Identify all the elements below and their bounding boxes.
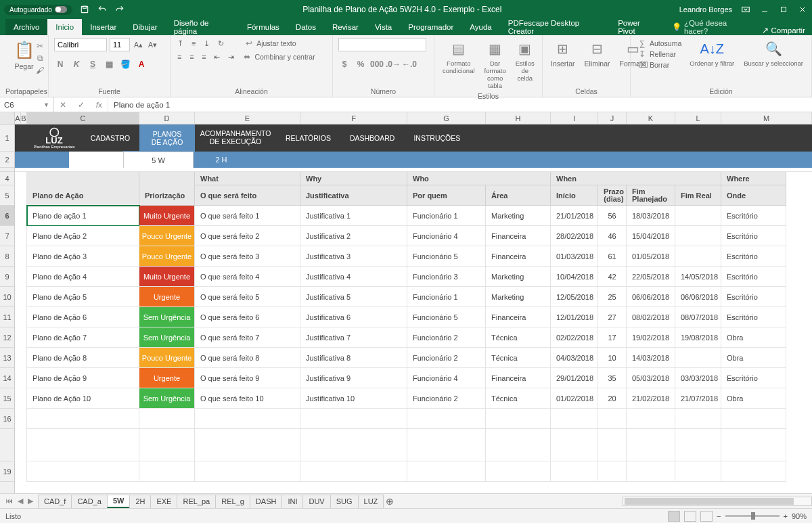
cut-button[interactable]: ✂ <box>34 41 46 51</box>
zoom-level[interactable]: 90% <box>792 512 807 520</box>
empty-row[interactable] <box>15 409 812 429</box>
fill-color-button[interactable]: 🪣 <box>119 58 131 70</box>
row-header-6[interactable]: 6 <box>0 206 14 226</box>
cell-what[interactable]: O que será feito 10 <box>195 388 300 409</box>
tab-pdfescape[interactable]: PDFescape Desktop Creator <box>500 19 610 35</box>
cell-why[interactable]: Justificativa 3 <box>300 246 407 267</box>
close-icon[interactable] <box>797 4 808 15</box>
cell-styles-button[interactable]: ▣Estilos de celda <box>513 38 537 83</box>
cell-inicio[interactable]: 01/02/2018 <box>551 388 598 409</box>
sheet-tab-rel_g[interactable]: REL_g <box>215 495 250 508</box>
row-header-13[interactable]: 13 <box>0 348 14 368</box>
nav-acompanhamento[interactable]: ACOMPANHAMENTO DE EXECUÇÃO <box>195 124 276 152</box>
cell-area[interactable]: Financeira <box>486 246 551 267</box>
cell-priorizacao[interactable]: Sem Urgência <box>139 307 195 327</box>
align-bottom-button[interactable]: ⤓ <box>202 39 211 48</box>
row-header-16[interactable]: 16 <box>0 409 14 429</box>
cell-prazo[interactable]: 42 <box>598 267 627 287</box>
cell-plano[interactable]: Plano de Ação 8 <box>27 348 139 368</box>
cell-fim-real[interactable] <box>675 226 721 246</box>
table-row[interactable]: Plano de Ação 7Sem UrgênciaO que será fe… <box>15 327 812 348</box>
cell-inicio[interactable]: 01/03/2018 <box>551 246 598 267</box>
cell-onde[interactable]: Obra <box>721 348 786 368</box>
cell-fim-planejado[interactable]: 21/02/2018 <box>627 388 675 409</box>
align-left-button[interactable]: ≡ <box>176 52 183 62</box>
sheet-nav-first-icon[interactable]: ⏮ <box>5 497 13 505</box>
row-header-4[interactable]: 4 <box>0 172 14 185</box>
table-row[interactable]: Plano de Ação 6Sem UrgênciaO que será fe… <box>15 307 812 327</box>
cell-onde[interactable]: Escritório <box>721 226 786 246</box>
cell-why[interactable]: Justificativa 1 <box>300 206 407 226</box>
nav-cadastro[interactable]: CADASTRO <box>81 124 139 152</box>
number-format-select[interactable] <box>338 38 426 51</box>
table-row[interactable]: Plano de Ação 9UrgenteO que será feito 9… <box>15 368 812 388</box>
cell-plano[interactable]: Plano de Ação 10 <box>27 388 139 409</box>
wrap-text-button[interactable]: ↩Ajustar texto <box>243 38 297 49</box>
cell-who[interactable]: Funcionário 3 <box>407 267 486 287</box>
row-header-19[interactable]: 19 <box>0 461 14 482</box>
sheet-tab-luz[interactable]: LUZ <box>358 495 384 508</box>
cell-fim-real[interactable] <box>675 206 721 226</box>
cell-what[interactable]: O que será feito 8 <box>195 348 300 368</box>
cell-fim-real[interactable]: 06/06/2018 <box>675 287 721 307</box>
cell-plano[interactable]: Plano de Ação 2 <box>27 226 139 246</box>
cell-priorizacao[interactable]: Urgente <box>139 368 195 388</box>
cell-area[interactable]: Financeira <box>486 368 551 388</box>
cell-who[interactable]: Funcionário 4 <box>407 226 486 246</box>
cell-why[interactable]: Justificativa 8 <box>300 348 407 368</box>
cell-what[interactable]: O que será feito 2 <box>195 226 300 246</box>
subnav-2h[interactable]: 2 H <box>194 152 249 168</box>
cell-fim-planejado[interactable]: 15/04/2018 <box>627 226 675 246</box>
cancel-formula-icon[interactable]: ✕ <box>60 100 66 110</box>
tab-data[interactable]: Datos <box>288 19 324 35</box>
cell-priorizacao[interactable]: Sem Urgência <box>139 388 195 409</box>
tab-help[interactable]: Ayuda <box>461 19 499 35</box>
cell-inicio[interactable]: 29/01/2018 <box>551 368 598 388</box>
table-row[interactable]: Plano de ação 1Muito UrgenteO que será f… <box>15 206 812 226</box>
sort-filter-button[interactable]: A↓ZOrdenar y filtrar <box>687 38 737 68</box>
increase-decimal-button[interactable]: .0→ <box>387 58 399 70</box>
cell-who[interactable]: Funcionário 5 <box>407 307 486 327</box>
subnav-5w[interactable]: 5 W <box>123 152 194 168</box>
empty-row[interactable] <box>15 461 812 482</box>
cell-who[interactable]: Funcionário 2 <box>407 388 486 409</box>
format-as-table-button[interactable]: ▦Dar formato como tabla <box>482 38 509 91</box>
empty-row[interactable] <box>15 429 812 461</box>
cell-fim-real[interactable]: 21/07/2018 <box>675 388 721 409</box>
cell-inicio[interactable]: 12/05/2018 <box>551 287 598 307</box>
cell-fim-real[interactable] <box>675 246 721 267</box>
row-header-7[interactable]: 7 <box>0 226 14 246</box>
cell-who[interactable]: Funcionário 5 <box>407 246 486 267</box>
cell-what[interactable]: O que será feito 3 <box>195 246 300 267</box>
sheet-tab-dash[interactable]: DASH <box>250 495 283 508</box>
cell-priorizacao[interactable]: Pouco Urgente <box>139 226 195 246</box>
nav-instrucoes[interactable]: INSTRUÇÕES <box>404 124 470 152</box>
cell-prazo[interactable]: 35 <box>598 368 627 388</box>
conditional-format-button[interactable]: ▤Formato condicional <box>440 38 478 76</box>
sheet-tab-exe[interactable]: EXE <box>150 495 177 508</box>
sheet-tab-cad_f[interactable]: CAD_f <box>38 495 72 508</box>
table-row[interactable]: Plano de Ação 5UrgenteO que será feito 5… <box>15 287 812 307</box>
align-center-button[interactable]: ≡ <box>188 52 195 62</box>
font-name-input[interactable] <box>54 38 107 51</box>
col-header-l[interactable]: L <box>675 112 721 124</box>
cell-area[interactable]: Técnica <box>486 327 551 348</box>
decrease-decimal-button[interactable]: ←.0 <box>403 58 415 70</box>
row-header-gap[interactable] <box>0 429 14 461</box>
cell-prazo[interactable]: 61 <box>598 246 627 267</box>
tab-insert[interactable]: Insertar <box>82 19 125 35</box>
bold-button[interactable]: N <box>54 58 66 70</box>
col-header-c[interactable]: C <box>27 112 139 124</box>
cell-why[interactable]: Justificativa 4 <box>300 267 407 287</box>
cell-fim-real[interactable]: 14/05/2018 <box>675 267 721 287</box>
cell-prazo[interactable]: 27 <box>598 307 627 327</box>
cell-onde[interactable]: Escritório <box>721 206 786 226</box>
align-middle-button[interactable]: ≡ <box>190 39 197 48</box>
row-header-10[interactable]: 10 <box>0 287 14 307</box>
cell-what[interactable]: O que será feito 7 <box>195 327 300 348</box>
cell-priorizacao[interactable]: Muito Urgente <box>139 267 195 287</box>
cell-plano[interactable]: Plano de ação 1 <box>27 206 139 226</box>
cell-area[interactable]: Marketing <box>486 206 551 226</box>
indent-decrease-button[interactable]: ⇤ <box>212 52 221 62</box>
tab-powerpivot[interactable]: Power Pivot <box>610 19 665 35</box>
